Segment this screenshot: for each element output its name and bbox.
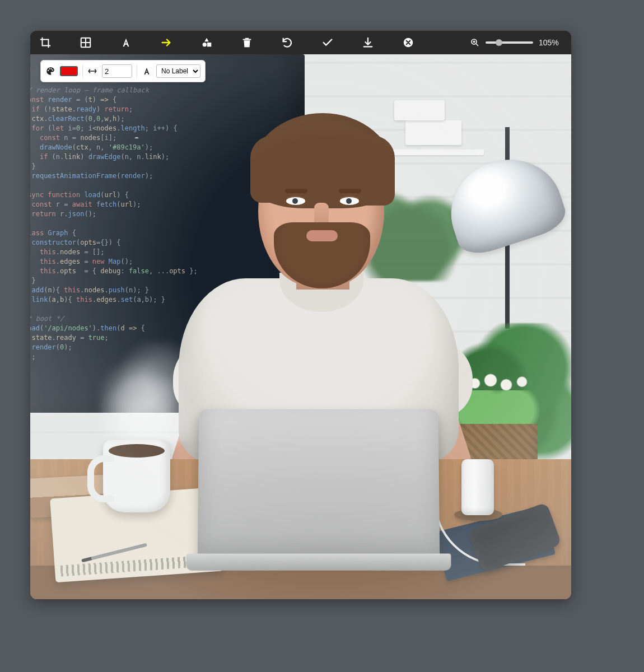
arrow-color-swatch[interactable] (60, 66, 78, 76)
delete-tool[interactable] (240, 35, 254, 50)
arrow-width-input[interactable] (102, 64, 132, 78)
confirm-tool[interactable] (320, 35, 335, 50)
undo-tool[interactable] (280, 35, 295, 50)
arrow-tool[interactable] (159, 35, 174, 50)
shapes-tool[interactable] (199, 35, 214, 50)
grid-tool[interactable] (78, 35, 93, 50)
image-editor: 105% // render loop — frame callback con… (30, 31, 571, 599)
zoom-icon[interactable] (470, 38, 480, 48)
zoom-controls: 105% (470, 38, 563, 48)
toolbar-tools (38, 35, 416, 50)
close-tool[interactable] (401, 35, 416, 50)
arrow-width-icon (87, 66, 97, 76)
label-text-icon (142, 66, 152, 76)
download-tool[interactable] (361, 35, 375, 50)
zoom-slider[interactable] (486, 41, 533, 44)
crop-tool[interactable] (38, 35, 53, 50)
editor-toolbar: 105% (30, 31, 571, 54)
palette-icon[interactable] (45, 66, 55, 76)
svg-rect-2 (207, 43, 211, 46)
svg-point-1 (203, 43, 207, 46)
arrow-options-panel: No Label (40, 60, 206, 82)
arrow-label-select[interactable]: No Label (156, 64, 200, 78)
text-tool[interactable] (119, 35, 133, 50)
editor-canvas[interactable]: // render loop — frame callback const re… (30, 54, 571, 599)
zoom-value: 105% (539, 38, 563, 47)
canvas-image: // render loop — frame callback const re… (30, 54, 571, 599)
